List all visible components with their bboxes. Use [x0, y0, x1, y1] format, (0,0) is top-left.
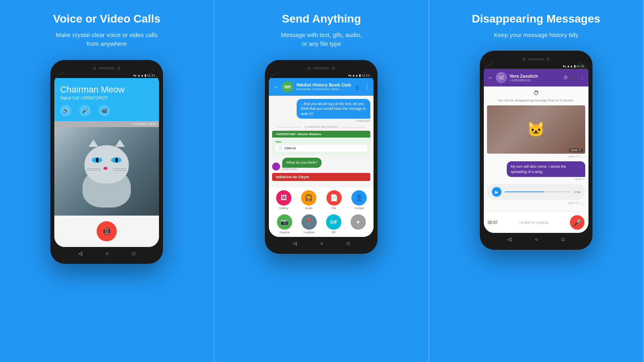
- phone-screen-send: ▾▴ ▲▲ ▮ 11:11 ← NH Nihilist History Book…: [269, 73, 374, 237]
- chat-title: Nihilist History Book Club Anastasia, Ch…: [296, 82, 352, 91]
- status-bar-1: ▾▴ ▲▲ ▮ 11:11: [54, 73, 159, 78]
- battery-icon-2: ▮: [359, 74, 361, 77]
- attach-file[interactable]: 📄 File: [322, 190, 345, 210]
- attach-more[interactable]: ▾: [351, 214, 366, 234]
- phone-top-bar-3: [484, 55, 588, 64]
- phone-icon[interactable]: 📞: [571, 75, 577, 80]
- attach-contact[interactable]: 👤 Contact: [348, 190, 371, 210]
- status-bar-3: ▾▴ ▲▲ ▮ 11:11: [484, 64, 588, 69]
- recents-nav-2[interactable]: □: [347, 241, 350, 246]
- recents-nav-1[interactable]: □: [132, 251, 135, 256]
- audio-time-row: NOW ⏱ ✓✓: [487, 202, 585, 204]
- panel-send: Send Anything Message with text, gifs, a…: [215, 0, 429, 362]
- msg-question: What do you think?: [282, 158, 321, 168]
- cat-eye-right: [111, 157, 122, 163]
- sensor-dot-3: [547, 58, 550, 61]
- chat-body[interactable]: ...that you would say at the end, do you…: [269, 96, 374, 187]
- cat-illustration: [78, 143, 135, 208]
- sensor-dot-2: [332, 67, 335, 70]
- wifi-icon-2: ▾▴: [348, 74, 351, 77]
- recents-nav-3[interactable]: □: [561, 237, 564, 242]
- dm-title-block: Vera Zasulich +12024561111: [510, 74, 561, 82]
- more-dm-icon[interactable]: ⋮: [580, 75, 584, 80]
- attach-audio[interactable]: 🎧 Audio: [297, 190, 320, 210]
- attach-gallery[interactable]: 🖼 Gallery: [272, 190, 295, 210]
- group-icon[interactable]: 👥: [355, 84, 361, 90]
- msg-avatar-row: What do you think? 2 MIN AGO: [272, 158, 370, 171]
- time-1: 11:11: [147, 74, 155, 77]
- audio-player[interactable]: ▶ 2:04: [487, 184, 585, 200]
- group-sub: Anastasia, Chairwoman Woof, ...: [296, 87, 352, 91]
- attach-gif[interactable]: GIF GIF: [326, 214, 341, 234]
- back-arrow-dm[interactable]: ←: [488, 74, 493, 81]
- call-info: Signal Call +18666724423: [60, 96, 153, 100]
- attach-location[interactable]: 📍 Location: [301, 214, 317, 234]
- panel-send-subtitle: Message with text, gifs, audio,or any fi…: [281, 31, 362, 49]
- back-nav-1[interactable]: ◁: [78, 251, 82, 256]
- audio-duration: 2:04: [574, 190, 580, 194]
- cat-call-image: [54, 127, 159, 216]
- msg-bubble-purple: My turn will also come: I sense the spre…: [507, 161, 585, 177]
- cat-photo-emoji: 🐱: [527, 121, 545, 138]
- unread-divider: 2 UNREAD MESSAGES: [272, 125, 370, 128]
- attach-camera[interactable]: 📷 Camera: [277, 214, 292, 234]
- home-nav-2[interactable]: ○: [320, 241, 323, 246]
- home-nav-1[interactable]: ○: [105, 251, 108, 256]
- back-arrow-chat[interactable]: ←: [273, 84, 279, 90]
- cat-face: [78, 143, 135, 200]
- attachment-grid-row1: 🖼 Gallery 🎧 Audio 📄 File 👤 Contact: [269, 187, 374, 213]
- back-nav-3[interactable]: ◁: [508, 237, 511, 242]
- phone-speaker: [99, 67, 115, 69]
- status-bar-2: ▾▴ ▲▲ ▮ 11:11: [269, 73, 374, 78]
- whisker-right-2: [113, 170, 127, 171]
- msg-time-purple: NOW ⏱: [487, 178, 585, 181]
- nestor-avatar: [272, 162, 280, 171]
- msg-card-nestor: +4155337400 ~Nestor Mahkno You 📄 1984.tx…: [272, 131, 370, 155]
- wifi-icon: ▾▴: [133, 74, 136, 77]
- contact-label: Contact: [354, 207, 364, 210]
- group-name: Nihilist History Book Club: [296, 82, 352, 87]
- time-3: 11:11: [576, 64, 584, 68]
- msg-bubble-question: What do you think? 2 MIN AGO: [282, 158, 321, 171]
- home-nav-3[interactable]: ○: [535, 237, 538, 242]
- dm-body[interactable]: ⏱ You set the disappearing message timer…: [484, 86, 588, 212]
- mic-button[interactable]: 🎤: [570, 215, 584, 230]
- cat-nose: [103, 167, 107, 170]
- timer-icon[interactable]: ⏱: [564, 75, 568, 80]
- msg-card-voltairine: Voltairine de Cleyre: [272, 173, 370, 181]
- signal-icon: ▲▲: [137, 74, 144, 77]
- video-button[interactable]: 📹: [99, 105, 110, 116]
- audio-progress-fill: [505, 191, 545, 192]
- whisker-right-1: [113, 169, 127, 169]
- contact-icon-circle: 👤: [351, 190, 367, 206]
- caller-name: Chairman Meow: [60, 84, 153, 95]
- slide-cancel-text: ‹ SLIDE TO CANCEL: [518, 221, 549, 224]
- panel-send-title: Send Anything: [282, 12, 361, 26]
- camera-dot-3: [522, 58, 526, 61]
- location-icon-circle: 📍: [301, 214, 317, 230]
- end-call-area: 📵: [54, 216, 159, 247]
- call-controls: 🔊 🎤 📹: [60, 105, 153, 116]
- battery-icon-3: ▮: [574, 64, 576, 68]
- file-name: 1984.txt: [284, 146, 295, 150]
- phone-bottom-bar-1: ◁ ○ □: [54, 247, 159, 260]
- status-icons-1: ▾▴ ▲▲ ▮ 11:11: [133, 74, 155, 77]
- mute-button[interactable]: 🎤: [79, 105, 91, 116]
- end-call-button[interactable]: 📵: [97, 221, 117, 241]
- back-nav-2[interactable]: ◁: [293, 241, 297, 246]
- speaker-button[interactable]: 🔊: [60, 105, 71, 116]
- msg-sender-nestor: +4155337400 ~Nestor Mahkno: [272, 131, 370, 138]
- signal-icon-2: ▲▲: [352, 74, 359, 77]
- camera-dot: [93, 67, 96, 70]
- cat-photo: 🐱 NOW ⏱: [487, 105, 585, 154]
- play-button[interactable]: ▶: [492, 187, 502, 197]
- group-avatar: NH: [282, 81, 293, 93]
- gallery-label: Gallery: [279, 207, 288, 210]
- dm-header-icons: ⏱ 📞 ⋮: [564, 75, 584, 80]
- whisker-left-2: [87, 170, 101, 171]
- gif-icon-circle: GIF: [326, 214, 341, 230]
- panel-dm-title: Disappearing Messages: [472, 12, 600, 26]
- audio-progress-bar: [505, 191, 571, 192]
- msg-body-nestor: You 📄 1984.txt: [272, 138, 370, 155]
- more-icon[interactable]: ⋮: [365, 84, 369, 90]
